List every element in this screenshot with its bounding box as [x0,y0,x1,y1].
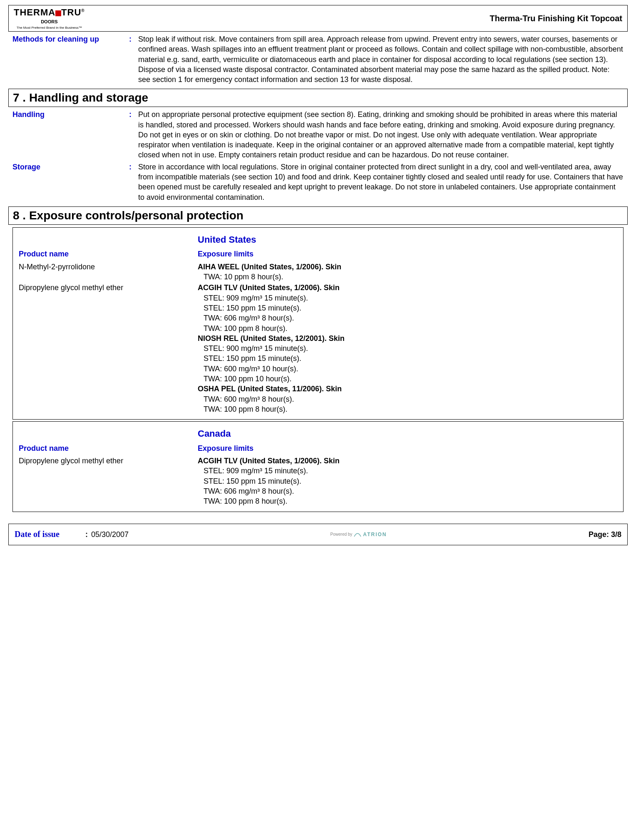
cleanup-label: Methods for cleaning up [12,34,129,44]
field-storage: Storage : Store in accordance with local… [8,161,628,203]
handling-body: Put on appropriate personal protective e… [138,109,624,160]
section-7-heading: 7 . Handling and storage [13,90,623,106]
field-cleanup-methods: Methods for cleaning up : Stop leak if w… [8,33,628,85]
limit-value: TWA: 606 mg/m³ 8 hour(s). [204,313,617,323]
page-label: Page: [589,530,609,539]
exposure-limits-cell: AIHA WEEL (United States, 1/2006). SkinT… [198,262,617,282]
col-product-name: Product name [19,443,198,453]
limit-value: TWA: 100 ppm 8 hour(s). [204,404,617,414]
us-exposure-rows: N-Methyl-2-pyrrolidoneAIHA WEEL (United … [19,262,617,414]
product-name-cell: Dipropylene glycol methyl ether [19,283,198,414]
limit-value: TWA: 100 ppm 8 hour(s). [204,323,617,333]
limit-value: TWA: 10 ppm 8 hour(s). [204,272,617,282]
colon: : [85,529,88,539]
exposure-limits-cell: ACGIH TLV (United States, 1/2006). SkinS… [198,283,617,414]
limit-standard-heading: ACGIH TLV (United States, 1/2006). Skin [198,283,617,293]
section-7-heading-box: 7 . Handling and storage [8,89,628,107]
colon: : [129,109,138,119]
limit-standard-heading: AIHA WEEL (United States, 1/2006). Skin [198,262,617,272]
limit-value: STEL: 150 ppm 15 minute(s). [204,353,617,363]
page-footer: Date of issue : 05/30/2007 Powered by AT… [8,524,628,545]
logo-square-icon [55,10,61,16]
limit-value: TWA: 606 mg/m³ 8 hour(s). [204,486,617,496]
powered-by: Powered by ATRION [330,531,387,538]
us-heading: United States [198,234,617,246]
limit-standard-heading: ACGIH TLV (United States, 1/2006). Skin [198,456,617,466]
logo-reg: ® [81,8,84,13]
colon: : [129,34,138,44]
colon: : [129,162,138,172]
limit-value: TWA: 100 ppm 8 hour(s). [204,496,617,506]
logo-text-right: TRU [61,7,81,17]
limit-value: TWA: 100 ppm 10 hour(s). [204,374,617,384]
field-handling: Handling : Put on appropriate personal p… [8,109,628,161]
product-name-cell: N-Methyl-2-pyrrolidone [19,262,198,282]
date-of-issue-label: Date of issue [15,529,85,540]
exposure-ca-box: Canada Product name Exposure limits Dipr… [12,421,624,512]
ca-exposure-rows: Dipropylene glycol methyl etherACGIH TLV… [19,456,617,506]
section-8-heading: 8 . Exposure controls/personal protectio… [13,208,623,224]
atrion-arc-icon [354,532,361,537]
page-header: THERMATRU® DOORS The Most Preferred Bran… [8,5,628,32]
logo-tagline: The Most Preferred Brand in the Business… [17,26,82,30]
col-exposure-limits: Exposure limits [198,443,617,453]
limit-value: STEL: 900 mg/m³ 15 minute(s). [204,343,617,353]
limit-value: STEL: 150 ppm 15 minute(s). [204,476,617,486]
limit-value: STEL: 909 mg/m³ 15 minute(s). [204,293,617,303]
page-number: 3/8 [611,530,621,539]
limit-value: TWA: 600 mg/m³ 8 hour(s). [204,394,617,404]
col-product-name: Product name [19,249,198,259]
product-name-cell: Dipropylene glycol methyl ether [19,456,198,506]
powered-by-label: Powered by [330,532,353,537]
exposure-row: Dipropylene glycol methyl etherACGIH TLV… [19,456,617,506]
storage-body: Store in accordance with local regulatio… [138,162,624,202]
date-of-issue-value: 05/30/2007 [91,529,129,539]
logo-subtext: DOORS [41,19,57,25]
limit-value: STEL: 150 ppm 15 minute(s). [204,303,617,313]
exposure-row: N-Methyl-2-pyrrolidoneAIHA WEEL (United … [19,262,617,282]
ca-heading: Canada [198,427,617,440]
col-exposure-limits: Exposure limits [198,249,617,259]
limit-value: STEL: 909 mg/m³ 15 minute(s). [204,466,617,476]
logo-text-left: THERMA [14,7,55,17]
exposure-row: Dipropylene glycol methyl etherACGIH TLV… [19,283,617,414]
exposure-limits-cell: ACGIH TLV (United States, 1/2006). SkinS… [198,456,617,506]
exposure-us-box: United States Product name Exposure limi… [12,227,624,420]
cleanup-body: Stop leak if without risk. Move containe… [138,34,624,84]
storage-label: Storage [12,162,129,172]
limit-value: TWA: 600 mg/m³ 10 hour(s). [204,364,617,374]
handling-label: Handling [12,109,129,119]
limit-standard-heading: OSHA PEL (United States, 11/2006). Skin [198,384,617,394]
limit-standard-heading: NIOSH REL (United States, 12/2001). Skin [198,333,617,343]
section-8-heading-box: 8 . Exposure controls/personal protectio… [8,206,628,225]
document-title: Therma-Tru Finishing Kit Topcoat [489,13,622,24]
brand-logo: THERMATRU® DOORS The Most Preferred Bran… [14,6,85,30]
atrion-brand: ATRION [363,531,387,538]
